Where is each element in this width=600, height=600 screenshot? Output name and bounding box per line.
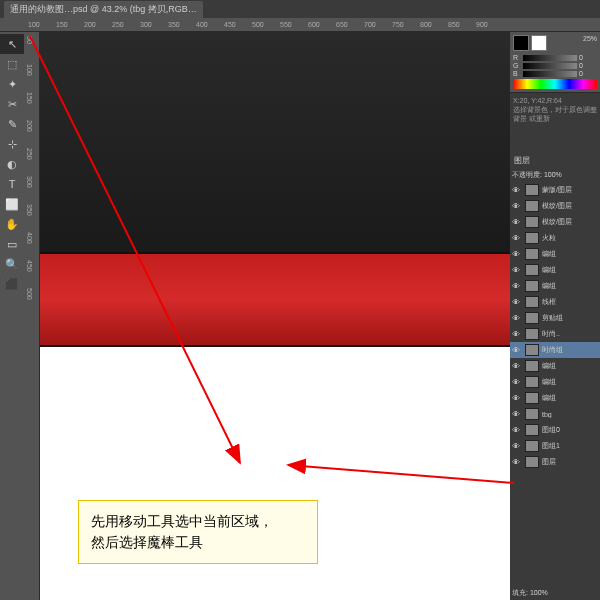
layer-thumb bbox=[525, 200, 539, 212]
tool-1[interactable]: ⬚ bbox=[0, 54, 24, 74]
layer-row[interactable]: 👁编组 bbox=[510, 374, 600, 390]
layers-list: 👁蒙版/图层👁模纹/图层👁模纹/图层👁火粒👁编组👁编组👁编组👁线框👁剪贴组👁时尚… bbox=[510, 182, 600, 586]
layer-thumb bbox=[525, 408, 539, 420]
visibility-icon[interactable]: 👁 bbox=[512, 426, 522, 435]
annotation-callout: 先用移动工具选中当前区域， 然后选择魔棒工具 bbox=[78, 500, 318, 564]
visibility-icon[interactable]: 👁 bbox=[512, 314, 522, 323]
color-panel: 25% R0 G0 B0 bbox=[510, 32, 600, 93]
ruler-horizontal: 1001502002503003504004505005506006507007… bbox=[0, 18, 600, 32]
layer-thumb bbox=[525, 232, 539, 244]
tools-toolbar: ↖⬚✦✂✎⊹◐T⬜✋▭🔍⬛ bbox=[0, 32, 26, 600]
layer-name: 图组1 bbox=[542, 441, 598, 451]
layer-thumb bbox=[525, 280, 539, 292]
layer-name: 时尚组 bbox=[542, 345, 598, 355]
tool-12[interactable]: ⬛ bbox=[0, 274, 24, 294]
layer-name: 编组 bbox=[542, 281, 598, 291]
tool-10[interactable]: ▭ bbox=[0, 234, 24, 254]
visibility-icon[interactable]: 👁 bbox=[512, 442, 522, 451]
visibility-icon[interactable]: 👁 bbox=[512, 282, 522, 291]
tool-6[interactable]: ◐ bbox=[0, 154, 24, 174]
layer-thumb bbox=[525, 216, 539, 228]
visibility-icon[interactable]: 👁 bbox=[512, 186, 522, 195]
layer-row[interactable]: 👁图组0 bbox=[510, 422, 600, 438]
visibility-icon[interactable]: 👁 bbox=[512, 346, 522, 355]
layer-thumb bbox=[525, 456, 539, 468]
visibility-icon[interactable]: 👁 bbox=[512, 250, 522, 259]
layer-row[interactable]: 👁编组 bbox=[510, 246, 600, 262]
ruler-vertical: 50100150200250300350400450500 bbox=[26, 32, 40, 600]
layer-row[interactable]: 👁图组1 bbox=[510, 438, 600, 454]
tool-0[interactable]: ↖ bbox=[0, 34, 24, 54]
layer-row[interactable]: 👁tbg bbox=[510, 406, 600, 422]
layer-name: 编组 bbox=[542, 361, 598, 371]
layer-row[interactable]: 👁编组 bbox=[510, 358, 600, 374]
layer-row[interactable]: 👁剪贴组 bbox=[510, 310, 600, 326]
visibility-icon[interactable]: 👁 bbox=[512, 202, 522, 211]
layer-thumb bbox=[525, 312, 539, 324]
layers-panel-header[interactable]: 图层 bbox=[510, 153, 600, 168]
layer-fill-row: 填充: 100% bbox=[510, 586, 600, 600]
visibility-icon[interactable]: 👁 bbox=[512, 330, 522, 339]
layer-name: tbg bbox=[542, 411, 598, 418]
layer-name: 图层 bbox=[542, 457, 598, 467]
tool-3[interactable]: ✂ bbox=[0, 94, 24, 114]
layer-row[interactable]: 👁编组 bbox=[510, 390, 600, 406]
layer-name: 编组 bbox=[542, 377, 598, 387]
background-swatch[interactable] bbox=[531, 35, 547, 51]
document-tab[interactable]: 通用的幼教图…psd @ 43.2% (tbg 拷贝,RGB… bbox=[4, 1, 203, 18]
foreground-swatch[interactable] bbox=[513, 35, 529, 51]
tool-8[interactable]: ⬜ bbox=[0, 194, 24, 214]
layer-name: 时尚.. bbox=[542, 329, 598, 339]
info-panel: X:20, Y:42,R:64 选择背景色，对于原色调整 背景 或重新 bbox=[510, 93, 600, 153]
r-slider[interactable] bbox=[523, 55, 577, 61]
layer-name: 蒙版/图层 bbox=[542, 185, 598, 195]
visibility-icon[interactable]: 👁 bbox=[512, 234, 522, 243]
right-panels: 25% R0 G0 B0 X:20, Y:42,R:64 选择背景色，对于原色调… bbox=[510, 32, 600, 600]
layer-row[interactable]: 👁时尚组 bbox=[510, 342, 600, 358]
layer-row[interactable]: 👁蒙版/图层 bbox=[510, 182, 600, 198]
visibility-icon[interactable]: 👁 bbox=[512, 362, 522, 371]
layer-thumb bbox=[525, 184, 539, 196]
layer-row[interactable]: 👁时尚.. bbox=[510, 326, 600, 342]
layer-thumb bbox=[525, 328, 539, 340]
tool-11[interactable]: 🔍 bbox=[0, 254, 24, 274]
canvas-black-section bbox=[40, 32, 510, 252]
tool-4[interactable]: ✎ bbox=[0, 114, 24, 134]
visibility-icon[interactable]: 👁 bbox=[512, 410, 522, 419]
zoom-pct: 25% bbox=[583, 35, 597, 51]
tool-7[interactable]: T bbox=[0, 174, 24, 194]
layer-name: 模纹/图层 bbox=[542, 217, 598, 227]
layer-thumb bbox=[525, 424, 539, 436]
layer-thumb bbox=[525, 264, 539, 276]
layer-thumb bbox=[525, 440, 539, 452]
layer-thumb bbox=[525, 296, 539, 308]
tool-2[interactable]: ✦ bbox=[0, 74, 24, 94]
g-slider[interactable] bbox=[523, 63, 577, 69]
layer-row[interactable]: 👁图层 bbox=[510, 454, 600, 470]
b-slider[interactable] bbox=[523, 71, 577, 77]
visibility-icon[interactable]: 👁 bbox=[512, 378, 522, 387]
tool-9[interactable]: ✋ bbox=[0, 214, 24, 234]
layer-row[interactable]: 👁模纹/图层 bbox=[510, 214, 600, 230]
visibility-icon[interactable]: 👁 bbox=[512, 458, 522, 467]
canvas-red-section bbox=[40, 252, 510, 347]
layer-row[interactable]: 👁火粒 bbox=[510, 230, 600, 246]
layer-row[interactable]: 👁编组 bbox=[510, 278, 600, 294]
layer-thumb bbox=[525, 360, 539, 372]
tool-5[interactable]: ⊹ bbox=[0, 134, 24, 154]
layer-thumb bbox=[525, 344, 539, 356]
layer-name: 编组 bbox=[542, 393, 598, 403]
layer-thumb bbox=[525, 392, 539, 404]
visibility-icon[interactable]: 👁 bbox=[512, 218, 522, 227]
visibility-icon[interactable]: 👁 bbox=[512, 394, 522, 403]
layer-row[interactable]: 👁线框 bbox=[510, 294, 600, 310]
layer-name: 编组 bbox=[542, 249, 598, 259]
layer-name: 线框 bbox=[542, 297, 598, 307]
layer-row[interactable]: 👁模纹/图层 bbox=[510, 198, 600, 214]
layer-name: 编组 bbox=[542, 265, 598, 275]
visibility-icon[interactable]: 👁 bbox=[512, 298, 522, 307]
layer-row[interactable]: 👁编组 bbox=[510, 262, 600, 278]
hue-strip[interactable] bbox=[513, 79, 597, 89]
layer-name: 模纹/图层 bbox=[542, 201, 598, 211]
visibility-icon[interactable]: 👁 bbox=[512, 266, 522, 275]
